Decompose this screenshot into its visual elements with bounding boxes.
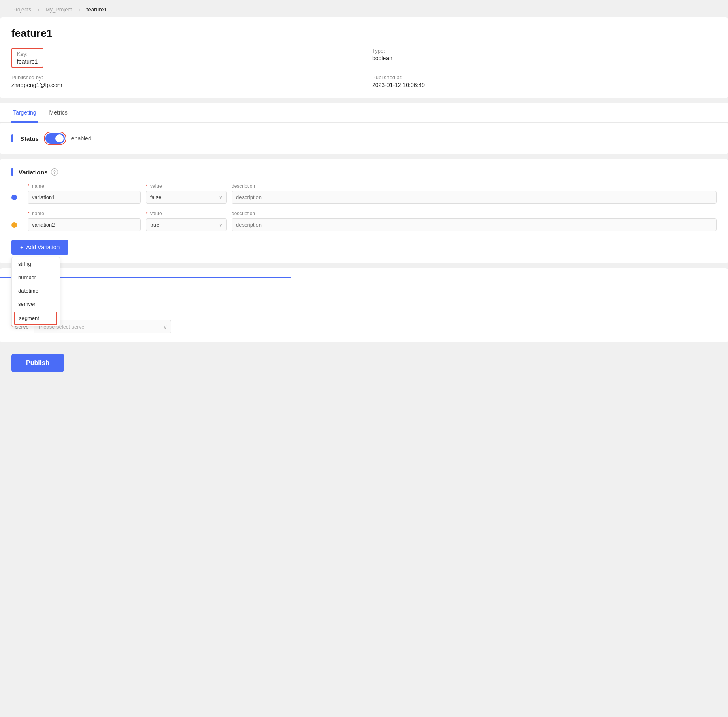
variation1-value-label: * value xyxy=(146,183,227,189)
key-section: Key: feature1 xyxy=(11,48,356,68)
rules-divider xyxy=(0,277,728,278)
variations-header: Variations ? xyxy=(11,168,717,176)
variation1-desc-label: description xyxy=(232,183,717,189)
dropdown-item-datetime[interactable]: datetime xyxy=(12,284,60,297)
type-label: Type: xyxy=(372,48,717,54)
variations-help-icon[interactable]: ? xyxy=(51,168,58,176)
breadcrumb-project[interactable]: My_Project xyxy=(46,6,72,13)
publish-bar: Publish xyxy=(0,347,728,379)
serve-row: * Serve Please select serve xyxy=(11,320,717,333)
rules-header: Rules xyxy=(11,286,717,294)
breadcrumb-feature: feature1 xyxy=(86,6,107,13)
type-section: Type: boolean xyxy=(372,48,717,68)
toggle-wrapper[interactable] xyxy=(44,132,66,145)
key-box: Key: feature1 xyxy=(11,48,43,68)
add-variation-container: + Add Variation string number datetime s… xyxy=(11,240,68,255)
tab-metrics[interactable]: Metrics xyxy=(48,104,69,123)
add-variation-button[interactable]: + Add Variation xyxy=(11,240,68,255)
variations-title: Variations xyxy=(19,169,48,176)
variation-dot-1 xyxy=(11,195,17,200)
variations-blue-bar xyxy=(11,168,13,176)
feature-card: feature1 Key: feature1 Type: boolean Pub… xyxy=(0,17,728,98)
status-toggle[interactable] xyxy=(45,133,65,144)
breadcrumb: Projects › My_Project › feature1 xyxy=(0,0,728,17)
breadcrumb-sep1: › xyxy=(38,6,41,13)
published-by-value: zhaopeng1@fp.com xyxy=(11,82,356,88)
add-variation-label: Add Variation xyxy=(26,244,60,250)
variation1-value-field: * value false true xyxy=(146,183,227,204)
publish-button[interactable]: Publish xyxy=(11,354,64,372)
published-by-label: Published by: xyxy=(11,74,356,81)
dropdown-item-semver[interactable]: semver xyxy=(12,297,60,311)
breadcrumb-projects[interactable]: Projects xyxy=(12,6,31,13)
feature-title: feature1 xyxy=(11,27,717,40)
variation1-value-select[interactable]: false true xyxy=(146,191,227,204)
type-dropdown-menu: string number datetime semver segment xyxy=(11,257,60,326)
tabs-bar: Targeting Metrics xyxy=(0,103,728,123)
variation2-value-field: * value false true xyxy=(146,211,227,231)
variation-row-1: * name * value false true description xyxy=(11,183,717,204)
status-card: Status enabled xyxy=(0,123,728,154)
key-value: feature1 xyxy=(17,58,38,65)
status-label: Status xyxy=(20,135,39,142)
key-label: Key: xyxy=(17,51,38,57)
variation1-name-input[interactable] xyxy=(28,191,141,204)
variation2-value-select[interactable]: false true xyxy=(146,218,227,231)
published-by-section: Published by: zhaopeng1@fp.com xyxy=(11,74,356,88)
status-row: Status enabled xyxy=(11,132,717,145)
variation1-name-field: * name xyxy=(28,183,141,204)
type-value: boolean xyxy=(372,55,717,62)
variation2-name-input[interactable] xyxy=(28,218,141,231)
published-at-section: Published at: 2023-01-12 10:06:49 xyxy=(372,74,717,88)
dropdown-item-segment[interactable]: segment xyxy=(14,312,57,325)
tab-targeting[interactable]: Targeting xyxy=(11,104,38,123)
variation2-name-label: * name xyxy=(28,211,141,216)
variation2-desc-input[interactable] xyxy=(232,218,717,231)
breadcrumb-sep2: › xyxy=(78,6,81,13)
published-at-value: 2023-01-12 10:06:49 xyxy=(372,82,717,88)
variation2-name-field: * name xyxy=(28,211,141,231)
add-icon: + xyxy=(20,244,23,250)
publish-label: Publish xyxy=(26,359,49,366)
dropdown-item-number[interactable]: number xyxy=(12,271,60,284)
variation2-desc-label: description xyxy=(232,211,717,216)
variation-dot-2 xyxy=(11,222,17,228)
rules-card: Rules + Add * Serve Please select serve xyxy=(0,268,728,342)
status-blue-bar xyxy=(11,134,13,142)
variation1-value-select-wrapper: false true xyxy=(146,191,227,204)
variation2-value-label: * value xyxy=(146,211,227,216)
meta-grid: Key: feature1 Type: boolean Published by… xyxy=(11,48,717,88)
variation1-desc-input[interactable] xyxy=(232,191,717,204)
variation2-value-select-wrapper: false true xyxy=(146,218,227,231)
enabled-text: enabled xyxy=(71,135,92,142)
variation1-name-label: * name xyxy=(28,183,141,189)
dropdown-item-string[interactable]: string xyxy=(12,257,60,271)
variation1-desc-field: description xyxy=(232,183,717,204)
variation2-desc-field: description xyxy=(232,211,717,231)
published-at-label: Published at: xyxy=(372,74,717,81)
variations-card: Variations ? * name * value false true xyxy=(0,159,728,263)
variation-row-2: * name * value false true description xyxy=(11,211,717,231)
